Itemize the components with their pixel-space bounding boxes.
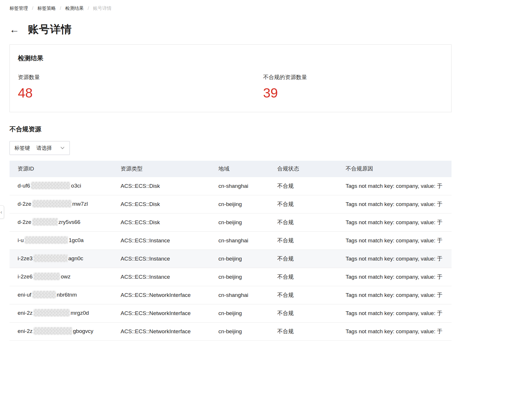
- redacted-id-segment: [32, 218, 58, 226]
- table-body: d-uf6o3ci ACS::ECS::Disk cn-shanghai 不合规…: [10, 177, 452, 341]
- account-detail-page: 标签管理 / 标签策略 / 检测结果 / 账号详情 ← 账号详情 检测结果 资源…: [0, 0, 532, 412]
- tag-key-select-label: 标签键: [14, 145, 30, 151]
- resource-id-cell: i-2ze6owz: [10, 268, 113, 286]
- resource-id-prefix: i-u: [18, 237, 24, 243]
- stat-value: 48: [18, 86, 263, 100]
- region-cell: cn-beijing: [210, 250, 269, 268]
- page-title: 账号详情: [28, 22, 72, 37]
- stat-label: 资源数量: [18, 74, 263, 81]
- back-arrow-icon[interactable]: ←: [10, 25, 19, 34]
- resource-id-prefix: d-uf6: [18, 183, 30, 189]
- resource-id-cell: i-u1gc0a: [10, 232, 113, 250]
- redacted-id-segment: [32, 200, 72, 207]
- breadcrumb: 标签管理 / 标签策略 / 检测结果 / 账号详情: [10, 5, 532, 12]
- breadcrumb-item-tag-management[interactable]: 标签管理: [10, 5, 28, 12]
- region-cell: cn-beijing: [210, 268, 269, 286]
- table-row: d-2zezry5vs66 ACS::ECS::Disk cn-beijing …: [10, 214, 452, 232]
- table-row: d-uf6o3ci ACS::ECS::Disk cn-shanghai 不合规…: [10, 177, 452, 195]
- resource-type-cell: ACS::ECS::NetworkInterface: [113, 323, 210, 341]
- table-header-row: 资源ID 资源类型 地域 合规状态 不合规原因: [10, 161, 452, 177]
- reason-cell: Tags not match key: company, value: 于: [338, 250, 452, 268]
- resource-id-cell: d-2zezry5vs66: [10, 214, 113, 232]
- table-row: eni-2zmrgz0d ACS::ECS::NetworkInterface …: [10, 304, 452, 323]
- region-cell: cn-beijing: [210, 195, 269, 214]
- card-title: 检测结果: [18, 54, 443, 63]
- breadcrumb-item-detection-result[interactable]: 检测结果: [65, 5, 84, 12]
- noncompliant-resources-title: 不合规资源: [10, 125, 452, 134]
- tag-key-select[interactable]: 标签键 请选择: [10, 141, 70, 155]
- resource-type-cell: ACS::ECS::Instance: [113, 268, 210, 286]
- resource-id-cell: eni-2zgbogvcy: [10, 323, 113, 341]
- resource-id-prefix: d-2ze: [18, 219, 31, 225]
- compliance-status-cell: 不合规: [269, 250, 338, 268]
- resource-type-cell: ACS::ECS::Disk: [113, 177, 210, 195]
- resource-id-cell: i-2ze3agn0c: [10, 250, 113, 268]
- column-header-compliance-status: 合规状态: [269, 161, 338, 177]
- resource-id-cell: d-2zemw7zl: [10, 195, 113, 214]
- reason-cell: Tags not match key: company, value: 于: [338, 268, 452, 286]
- chevron-left-icon: ‹: [1, 209, 2, 215]
- resource-id-suffix: agn0c: [68, 255, 83, 261]
- region-cell: cn-beijing: [210, 323, 269, 341]
- breadcrumb-item-tag-policy[interactable]: 标签策略: [37, 5, 56, 12]
- reason-cell: Tags not match key: company, value: 于: [338, 232, 452, 250]
- resource-id-suffix: nbr6tnm: [57, 292, 77, 298]
- resource-id-prefix: eni-uf: [18, 292, 31, 298]
- resource-id-suffix: mrgz0d: [71, 310, 89, 316]
- breadcrumb-separator: /: [60, 6, 61, 11]
- title-row: ← 账号详情: [10, 23, 532, 36]
- resource-id-prefix: i-2ze3: [18, 255, 33, 261]
- reason-cell: Tags not match key: company, value: 于: [338, 304, 452, 323]
- table-row: eni-ufnbr6tnm ACS::ECS::NetworkInterface…: [10, 286, 452, 304]
- region-cell: cn-beijing: [210, 214, 269, 232]
- resource-type-cell: ACS::ECS::NetworkInterface: [113, 304, 210, 323]
- resource-id-prefix: eni-2z: [18, 328, 33, 334]
- redacted-id-segment: [33, 273, 60, 280]
- breadcrumb-separator: /: [32, 6, 33, 11]
- redacted-id-segment: [33, 309, 70, 317]
- collapse-panel-handle[interactable]: ‹: [0, 205, 4, 219]
- region-cell: cn-shanghai: [210, 177, 269, 195]
- resource-type-cell: ACS::ECS::Disk: [113, 195, 210, 214]
- resource-id-prefix: eni-2z: [18, 310, 33, 316]
- breadcrumb-separator: /: [88, 6, 89, 11]
- reason-cell: Tags not match key: company, value: 于: [338, 195, 452, 214]
- stat-noncompliant-count: 不合规的资源数量 39: [263, 74, 307, 100]
- resource-id-suffix: zry5vs66: [59, 219, 80, 225]
- stats-row: 资源数量 48 不合规的资源数量 39: [18, 74, 443, 100]
- reason-cell: Tags not match key: company, value: 于: [338, 177, 452, 195]
- redacted-id-segment: [31, 182, 70, 189]
- tag-key-select-value: 请选择: [36, 145, 52, 151]
- resource-id-cell: d-uf6o3ci: [10, 177, 113, 195]
- resource-id-prefix: i-2ze6: [18, 274, 33, 280]
- resource-id-suffix: mw7zl: [72, 201, 88, 207]
- table-row: i-u1gc0a ACS::ECS::Instance cn-shanghai …: [10, 232, 452, 250]
- region-cell: cn-shanghai: [210, 286, 269, 304]
- compliance-status-cell: 不合规: [269, 232, 338, 250]
- table-row: eni-2zgbogvcy ACS::ECS::NetworkInterface…: [10, 323, 452, 341]
- resource-id-suffix: owz: [61, 274, 71, 280]
- resource-id-cell: eni-2zmrgz0d: [10, 304, 113, 323]
- stat-resource-count: 资源数量 48: [18, 74, 263, 100]
- resource-id-cell: eni-ufnbr6tnm: [10, 286, 113, 304]
- chevron-down-icon: [60, 145, 65, 150]
- column-header-resource-id: 资源ID: [10, 161, 113, 177]
- compliance-status-cell: 不合规: [269, 323, 338, 341]
- column-header-reason: 不合规原因: [338, 161, 452, 177]
- breadcrumb-current: 账号详情: [93, 5, 111, 12]
- resource-id-suffix: 1gc0a: [69, 237, 84, 243]
- compliance-status-cell: 不合规: [269, 214, 338, 232]
- table-row: i-2ze3agn0c ACS::ECS::Instance cn-beijin…: [10, 250, 452, 268]
- column-header-region: 地域: [210, 161, 269, 177]
- compliance-status-cell: 不合规: [269, 268, 338, 286]
- resource-type-cell: ACS::ECS::Instance: [113, 232, 210, 250]
- resource-type-cell: ACS::ECS::Disk: [113, 214, 210, 232]
- region-cell: cn-beijing: [210, 304, 269, 323]
- region-cell: cn-shanghai: [210, 232, 269, 250]
- resource-id-prefix: d-2ze: [18, 201, 31, 207]
- redacted-id-segment: [32, 291, 56, 298]
- redacted-id-segment: [25, 236, 68, 244]
- content-area: 检测结果 资源数量 48 不合规的资源数量 39 不合规资源 标签键 请选择: [10, 44, 452, 341]
- reason-cell: Tags not match key: company, value: 于: [338, 286, 452, 304]
- noncompliant-resources-table: 资源ID 资源类型 地域 合规状态 不合规原因 d-uf6o3ci ACS::E…: [10, 161, 452, 341]
